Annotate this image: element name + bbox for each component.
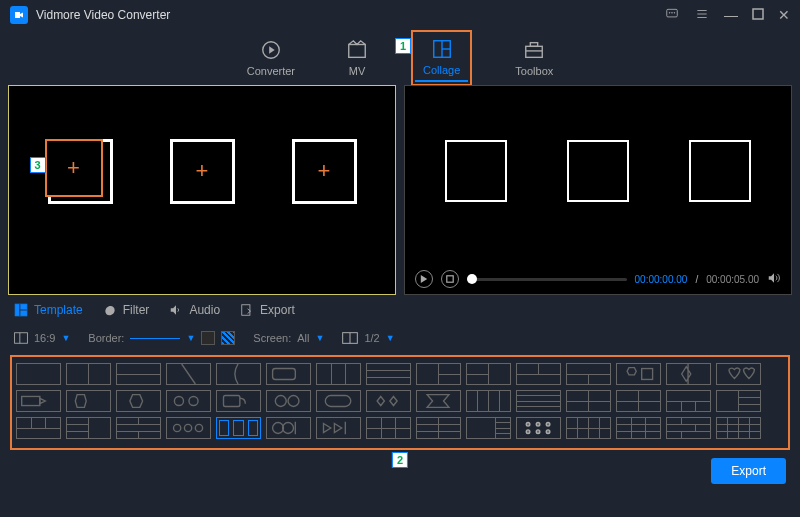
template-item[interactable] [66,363,111,385]
template-item[interactable] [416,417,461,439]
template-item[interactable] [166,363,211,385]
seek-bar[interactable] [467,278,627,281]
template-item[interactable] [366,417,411,439]
template-item[interactable] [316,363,361,385]
template-item[interactable] [466,363,511,385]
template-item[interactable] [66,417,111,439]
tab-template[interactable]: Template [14,303,83,317]
template-item[interactable] [616,390,661,412]
tab-export[interactable]: Export [240,303,295,317]
template-item[interactable] [16,417,61,439]
template-item[interactable] [416,390,461,412]
template-item[interactable] [116,417,161,439]
template-item[interactable] [266,390,311,412]
border-pattern-swatch[interactable] [221,331,235,345]
nav-collage[interactable]: Collage [415,34,468,82]
app-logo [10,6,28,24]
svg-point-54 [546,423,550,427]
template-item[interactable] [516,363,561,385]
template-item[interactable] [16,390,61,412]
close-button[interactable]: ✕ [778,8,790,22]
badge-2: 2 [392,452,408,468]
template-item[interactable] [266,363,311,385]
svg-point-53 [536,423,540,427]
seek-handle[interactable] [467,274,477,284]
export-button[interactable]: Export [711,458,786,484]
template-item[interactable] [366,363,411,385]
svg-point-44 [184,424,191,431]
split-dropdown[interactable]: 1/2▼ [342,332,394,344]
template-item[interactable] [566,417,611,439]
export-icon [240,303,254,317]
template-item[interactable] [166,390,211,412]
svg-point-3 [674,12,675,13]
app-title: Vidmore Video Converter [36,8,664,22]
template-item[interactable] [716,390,761,412]
volume-icon[interactable] [767,271,781,287]
template-item[interactable] [716,363,761,385]
mv-icon [346,39,368,61]
template-item[interactable] [566,363,611,385]
svg-point-55 [526,430,530,434]
template-item[interactable] [116,363,161,385]
collage-slot-1[interactable]: + [48,139,113,204]
template-item[interactable] [666,363,711,385]
border-color-swatch[interactable] [201,331,215,345]
nav-converter[interactable]: Converter [239,35,303,81]
template-item[interactable] [316,390,361,412]
template-item[interactable] [516,390,561,412]
template-item[interactable] [466,417,511,439]
tab-filter[interactable]: Filter [103,303,150,317]
maximize-button[interactable] [752,8,764,22]
template-item[interactable] [216,390,261,412]
template-item[interactable] [616,363,661,385]
menu-icon[interactable] [694,7,710,23]
template-item[interactable] [266,417,311,439]
template-item[interactable] [66,390,111,412]
template-item[interactable] [566,390,611,412]
svg-rect-39 [224,396,240,407]
template-item[interactable] [416,363,461,385]
template-item-selected[interactable] [216,417,261,439]
template-item[interactable] [16,363,61,385]
preview-panel: 00:00:00.00/00:00:05.00 [404,85,792,295]
preview-slot-2 [567,140,629,202]
tab-audio[interactable]: Audio [169,303,220,317]
svg-point-1 [669,12,670,13]
svg-point-38 [189,396,198,405]
template-item[interactable] [666,417,711,439]
audio-icon [169,303,183,317]
template-item[interactable] [166,417,211,439]
template-item[interactable] [116,390,161,412]
template-item[interactable] [316,417,361,439]
screen-dropdown[interactable]: Screen: All▼ [253,332,324,344]
aspect-ratio-dropdown[interactable]: 16:9▼ [14,332,70,344]
template-item[interactable] [666,390,711,412]
add-icon: + [196,158,209,184]
svg-point-46 [273,423,284,434]
svg-point-56 [536,430,540,434]
template-item[interactable] [216,363,261,385]
svg-marker-9 [269,46,275,53]
border-style-dropdown[interactable]: ▼ [130,333,195,343]
collage-slot-3[interactable]: + [292,139,357,204]
template-item[interactable] [466,390,511,412]
template-item[interactable] [366,390,411,412]
collage-slot-2[interactable]: + [170,139,235,204]
nav-mv[interactable]: MV [338,35,376,81]
ratio-icon [14,332,28,344]
svg-marker-31 [627,368,636,375]
feedback-icon[interactable] [664,7,680,23]
template-item[interactable] [616,417,661,439]
stop-button[interactable] [441,270,459,288]
svg-rect-33 [22,396,40,405]
minimize-button[interactable]: — [724,8,738,22]
nav-toolbox[interactable]: Toolbox [507,35,561,81]
template-item[interactable] [716,417,761,439]
collage-slot-1-selected[interactable]: + [45,139,103,197]
play-button[interactable] [415,270,433,288]
template-item[interactable] [516,417,561,439]
svg-rect-32 [642,369,653,380]
template-icon [14,303,28,317]
toolbox-icon [523,39,545,61]
